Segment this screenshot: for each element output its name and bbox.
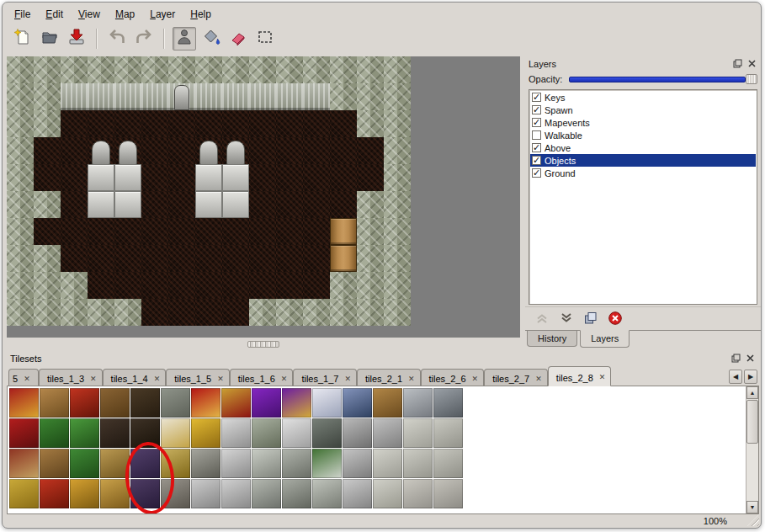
map-canvas[interactable] (7, 56, 411, 326)
map-tile-rock[interactable] (330, 83, 357, 110)
tab-close-icon[interactable]: ✕ (535, 375, 542, 383)
tileset-tile[interactable] (100, 418, 130, 448)
map-tile-rock[interactable] (88, 299, 114, 326)
map-tile-dark-floor[interactable] (222, 110, 249, 137)
tileset-tab-tiles_1_5[interactable]: tiles_1_5✕ (166, 369, 230, 386)
tileset-tile[interactable] (100, 479, 130, 508)
map-tile-dark-floor[interactable] (249, 272, 276, 299)
map-tile-rock[interactable] (330, 299, 357, 326)
map-tile-rock[interactable] (7, 272, 34, 299)
map-tile-rock[interactable] (141, 56, 168, 83)
map-tile-dark-floor[interactable] (168, 245, 195, 272)
tileset-tile[interactable] (40, 449, 69, 478)
map-tile-dark-floor[interactable] (303, 272, 330, 299)
map-tile-tomb-slab[interactable] (222, 164, 249, 191)
map-tile-rock[interactable] (303, 299, 330, 326)
map-tile-dark-floor[interactable] (114, 218, 141, 245)
layer-checkbox-ground[interactable]: ✓ (532, 168, 541, 178)
map-tile-tomb-slab[interactable] (88, 164, 114, 191)
map-tile-rock[interactable] (357, 191, 384, 218)
map-tile-dark-floor[interactable] (168, 299, 195, 326)
map-tile-dark-floor[interactable] (61, 110, 88, 137)
map-tile-dark-floor[interactable] (34, 218, 61, 245)
map-tile-rock[interactable] (384, 272, 411, 299)
tileset-tile[interactable] (433, 418, 463, 448)
tileset-tile[interactable] (9, 449, 39, 478)
map-tile-tomb-slab[interactable] (222, 191, 249, 218)
layer-row-above[interactable]: ✓Above (530, 141, 756, 154)
tab-close-icon[interactable]: ✕ (408, 375, 415, 383)
map-tile-dark-floor[interactable] (88, 110, 114, 137)
tileset-tile[interactable] (161, 418, 190, 448)
map-tile-dark-floor[interactable] (34, 137, 61, 164)
map-tile-rock[interactable] (357, 56, 384, 83)
map-tile-rock[interactable] (222, 56, 249, 83)
map-tile-rock[interactable] (384, 218, 411, 245)
tileset-tile[interactable] (252, 449, 281, 478)
map-tile-dark-floor[interactable] (330, 137, 357, 164)
map-tile-rock[interactable] (34, 56, 61, 83)
map-tile-rock[interactable] (357, 299, 384, 326)
undo-button[interactable] (105, 27, 129, 51)
scrollbar-thumb[interactable] (746, 400, 758, 444)
tileset-tile[interactable] (70, 449, 99, 478)
map-tile-rock[interactable] (7, 299, 34, 326)
map-tile-rock[interactable] (34, 83, 61, 110)
map-tile-dark-floor[interactable] (276, 191, 303, 218)
map-tile-cabinet[interactable] (330, 245, 357, 272)
menu-item-view[interactable]: View (72, 7, 107, 22)
map-tile-tomb-slab[interactable] (195, 191, 222, 218)
map-tile-dark-floor[interactable] (141, 245, 168, 272)
tileset-tile[interactable] (373, 388, 402, 418)
map-tile-rock[interactable] (7, 56, 34, 83)
tileset-tile[interactable] (282, 479, 311, 508)
layers-float-button[interactable] (731, 58, 743, 69)
layer-checkbox-above[interactable]: ✓ (532, 143, 541, 152)
map-tile-dark-floor[interactable] (141, 191, 168, 218)
map-tile-dark-floor[interactable] (141, 164, 168, 191)
menu-item-map[interactable]: Map (109, 7, 141, 22)
map-tile-dark-floor[interactable] (249, 110, 276, 137)
tab-close-icon[interactable]: ✕ (217, 375, 224, 383)
map-tile-rock[interactable] (384, 299, 411, 326)
map-tile-wall[interactable] (222, 83, 249, 110)
tileset-tile[interactable] (40, 388, 69, 418)
map-tile-dark-floor[interactable] (276, 245, 303, 272)
scrollbar-track[interactable] (746, 399, 758, 501)
scroll-up-icon[interactable]: ▲ (746, 386, 758, 399)
tileset-tile[interactable] (343, 449, 372, 478)
map-tile-dark-floor[interactable] (195, 272, 222, 299)
map-tile-gravestone[interactable] (114, 137, 141, 164)
map-tile-dark-floor[interactable] (357, 137, 384, 164)
tileset-tile[interactable] (252, 479, 281, 508)
map-tile-dark-floor[interactable] (276, 164, 303, 191)
tileset-tile[interactable] (100, 449, 130, 478)
map-tile-rock[interactable] (61, 299, 88, 326)
tileset-tile[interactable] (191, 388, 220, 418)
map-tile-dark-floor[interactable] (141, 110, 168, 137)
tileset-tile[interactable] (40, 418, 69, 448)
tileset-tile[interactable] (70, 418, 99, 448)
fill-tool-button[interactable] (199, 27, 223, 51)
menu-item-help[interactable]: Help (183, 7, 218, 22)
layers-close-button[interactable] (746, 58, 757, 69)
map-tile-dark-floor[interactable] (222, 299, 249, 326)
map-tile-rock[interactable] (168, 56, 195, 83)
opacity-slider-handle[interactable] (746, 74, 757, 84)
map-tile-cabinet[interactable] (330, 218, 357, 245)
map-tile-dark-floor[interactable] (195, 110, 222, 137)
map-tile-wall[interactable] (303, 83, 330, 110)
map-tile-rock[interactable] (249, 56, 276, 83)
tileset-tile[interactable] (343, 479, 372, 508)
map-tile-gravestone[interactable] (222, 137, 249, 164)
map-tile-wall[interactable] (61, 83, 88, 110)
tileset-tile[interactable] (252, 418, 281, 448)
map-tile-rock[interactable] (384, 245, 411, 272)
map-tile-dark-floor[interactable] (249, 137, 276, 164)
map-tile-statue[interactable] (168, 83, 195, 110)
tab-close-icon[interactable]: ✕ (472, 375, 479, 383)
map-tile-dark-floor[interactable] (141, 218, 168, 245)
tileset-tile[interactable] (100, 388, 130, 418)
tileset-tile[interactable] (343, 388, 372, 418)
map-tile-dark-floor[interactable] (303, 110, 330, 137)
